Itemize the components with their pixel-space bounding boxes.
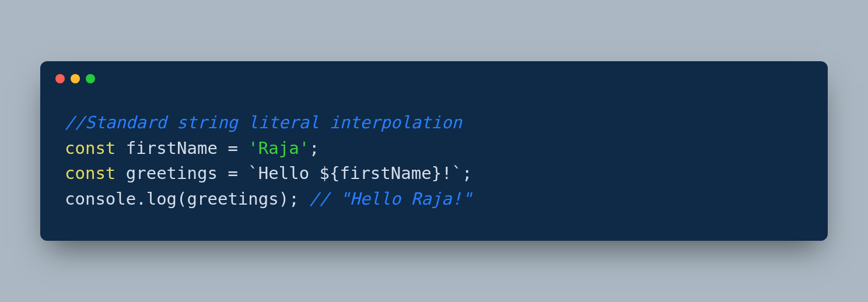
paren-close: ) [279, 189, 289, 209]
comment: // "Hello Raja!" [309, 189, 472, 209]
dot: . [136, 189, 146, 209]
space [238, 138, 248, 158]
space [218, 163, 228, 183]
string-literal: Raja [258, 138, 299, 158]
keyword-const: const [65, 138, 116, 158]
argument: greetings [187, 189, 279, 209]
identifier: greetings [126, 163, 218, 183]
interp-open: ${ [320, 163, 340, 183]
string-quote: ' [248, 138, 258, 158]
code-line-1: //Standard string literal interpolation [65, 113, 462, 132]
close-icon[interactable] [55, 74, 65, 83]
operator-assign: = [228, 138, 237, 158]
comment: //Standard string literal interpolation [65, 113, 462, 132]
code-window: //Standard string literal interpolation … [40, 61, 828, 241]
code-line-2: const firstName = 'Raja'; [65, 138, 320, 158]
backtick: ` [452, 163, 462, 183]
space [299, 189, 309, 209]
interp-close: } [432, 163, 442, 183]
code-line-3: const greetings = `Hello ${firstName}!`; [65, 163, 473, 183]
paren-open: ( [177, 189, 187, 209]
method: log [146, 189, 177, 209]
code-line-4: console.log(greetings); // "Hello Raja!" [65, 189, 472, 209]
semicolon: ; [309, 138, 319, 158]
semicolon: ; [462, 163, 472, 183]
space [218, 138, 228, 158]
identifier: firstName [126, 138, 218, 158]
operator-assign: = [228, 163, 237, 183]
space [116, 138, 125, 158]
minimize-icon[interactable] [71, 74, 80, 83]
keyword-const: const [65, 163, 116, 183]
template-string: ! [442, 163, 452, 183]
semicolon: ; [289, 189, 299, 209]
maximize-icon[interactable] [86, 74, 95, 83]
string-quote: ' [299, 138, 309, 158]
template-string: Hello [258, 163, 320, 183]
space [238, 163, 248, 183]
backtick: ` [248, 163, 258, 183]
window-title-bar [40, 61, 828, 83]
space [116, 163, 125, 183]
identifier: console [65, 189, 136, 209]
code-area: //Standard string literal interpolation … [40, 83, 828, 241]
interp-variable: firstName [340, 163, 431, 183]
